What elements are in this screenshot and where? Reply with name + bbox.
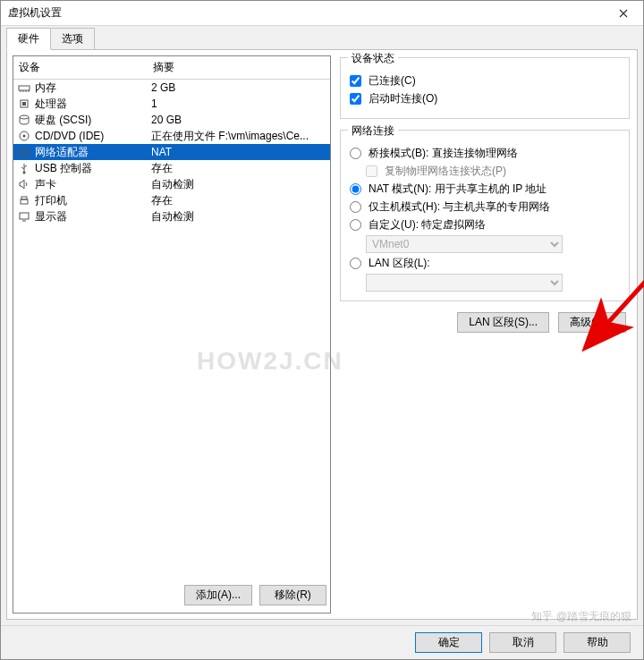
custom-label: 自定义(U): 特定虚拟网络 [369, 217, 486, 233]
svg-point-12 [25, 152, 27, 154]
vm-settings-window: 虚拟机设置 硬件 选项 设备 摘要 内存2 GB处理器1硬盘 (SCSI)20 … [0, 0, 644, 660]
svg-point-13 [23, 172, 26, 174]
network-extra-buttons: LAN 区段(S)... 高级(V)... [340, 312, 630, 333]
hardware-row[interactable]: 声卡自动检测 [13, 176, 330, 192]
hardware-summary: 正在使用文件 F:\vm\images\Ce... [151, 129, 326, 144]
hardware-row[interactable]: 打印机存在 [13, 192, 330, 208]
hostonly-radio-row[interactable]: 仅主机模式(H): 与主机共享的专用网络 [350, 199, 620, 215]
hardware-name: 内存 [35, 80, 151, 96]
custom-radio-row[interactable]: 自定义(U): 特定虚拟网络 [350, 217, 620, 233]
replicate-checkbox-row: 复制物理网络连接状态(P) [366, 164, 620, 179]
add-button[interactable]: 添加(A)... [184, 585, 252, 605]
svg-rect-0 [19, 86, 30, 90]
close-icon [619, 6, 628, 21]
bridged-radio-row[interactable]: 桥接模式(B): 直接连接物理网络 [350, 146, 620, 161]
settings-detail-pane: 设备状态 已连接(C) 启动时连接(O) 网络连接 桥接模式(B): 直接连接物… [338, 55, 631, 613]
lan-segments-button[interactable]: LAN 区段(S)... [457, 312, 549, 333]
help-button[interactable]: 帮助 [564, 632, 631, 653]
hardware-row[interactable]: 网络适配器NAT [13, 144, 330, 160]
connected-checkbox-row[interactable]: 已连接(C) [350, 73, 620, 89]
cd-icon [17, 129, 31, 143]
svg-point-11 [21, 152, 23, 154]
ok-button[interactable]: 确定 [415, 632, 482, 653]
advanced-button[interactable]: 高级(V)... [558, 312, 626, 333]
vmnet-select: VMnet0 [366, 235, 563, 253]
hostonly-radio[interactable] [350, 201, 361, 213]
disk-icon [17, 113, 31, 127]
network-connection-legend: 网络连接 [348, 123, 398, 139]
network-connection-group: 网络连接 桥接模式(B): 直接连接物理网络 复制物理网络连接状态(P) NAT… [340, 130, 630, 301]
col-summary[interactable]: 摘要 [148, 56, 330, 79]
tabstrip: 硬件 选项 [1, 26, 643, 49]
svg-point-9 [23, 135, 26, 138]
custom-vmnet-row: VMnet0 [366, 235, 620, 253]
hardware-row[interactable]: USB 控制器存在 [13, 160, 330, 176]
hardware-name: 显示器 [35, 209, 151, 224]
connected-label: 已连接(C) [369, 73, 416, 89]
hardware-summary: 自动检测 [151, 209, 326, 224]
tab-options[interactable]: 选项 [50, 28, 95, 49]
connected-checkbox[interactable] [350, 75, 361, 87]
svg-point-7 [20, 115, 29, 119]
memory-icon [17, 80, 31, 95]
window-title: 虚拟机设置 [8, 5, 603, 21]
hardware-summary: 存在 [151, 161, 326, 176]
col-device[interactable]: 设备 [13, 56, 148, 79]
titlebar: 虚拟机设置 [1, 1, 643, 26]
hardware-name: 硬盘 (SCSI) [35, 113, 151, 128]
nat-radio[interactable] [350, 183, 361, 195]
lanseg-select-row [366, 274, 620, 292]
hardware-summary: 2 GB [151, 81, 326, 94]
hardware-summary: 存在 [151, 193, 326, 208]
sound-icon [17, 177, 31, 191]
custom-radio[interactable] [350, 219, 361, 231]
hardware-list[interactable]: 内存2 GB处理器1硬盘 (SCSI)20 GBCD/DVD (IDE)正在使用… [13, 80, 330, 578]
hardware-summary: NAT [151, 146, 326, 158]
close-button[interactable] [603, 1, 643, 26]
svg-rect-6 [22, 102, 26, 106]
nat-radio-row[interactable]: NAT 模式(N): 用于共享主机的 IP 地址 [350, 182, 620, 197]
list-header: 设备 摘要 [13, 56, 330, 80]
hardware-name: 网络适配器 [35, 145, 151, 160]
lanseg-label: LAN 区段(L): [369, 256, 430, 271]
bridged-radio[interactable] [350, 148, 361, 159]
cpu-icon [17, 97, 31, 111]
hardware-summary: 自动检测 [151, 177, 326, 192]
hardware-name: 打印机 [35, 193, 151, 208]
svg-rect-16 [20, 213, 29, 219]
dialog-footer: 确定 取消 帮助 [1, 625, 643, 659]
hardware-row[interactable]: 硬盘 (SCSI)20 GB [13, 112, 330, 128]
nat-label: NAT 模式(N): 用于共享主机的 IP 地址 [369, 182, 547, 197]
hardware-row[interactable]: 内存2 GB [13, 80, 330, 96]
lanseg-select [366, 274, 563, 292]
hardware-name: 声卡 [35, 177, 151, 192]
connect-poweron-checkbox[interactable] [350, 93, 361, 105]
replicate-checkbox [366, 165, 377, 177]
replicate-label: 复制物理网络连接状态(P) [385, 164, 506, 179]
nic-icon [17, 145, 31, 159]
lanseg-radio[interactable] [350, 258, 361, 269]
hardware-list-buttons: 添加(A)... 移除(R) [13, 578, 330, 613]
hardware-summary: 20 GB [151, 114, 326, 126]
tab-panel: 设备 摘要 内存2 GB处理器1硬盘 (SCSI)20 GBCD/DVD (ID… [6, 49, 638, 620]
hostonly-label: 仅主机模式(H): 与主机共享的专用网络 [369, 199, 550, 215]
cancel-button[interactable]: 取消 [489, 632, 556, 653]
tab-hardware[interactable]: 硬件 [6, 28, 51, 50]
hardware-list-pane: 设备 摘要 内存2 GB处理器1硬盘 (SCSI)20 GBCD/DVD (ID… [13, 55, 331, 613]
device-state-legend: 设备状态 [348, 51, 398, 66]
display-icon [17, 209, 31, 224]
hardware-row[interactable]: CD/DVD (IDE)正在使用文件 F:\vm\images\Ce... [13, 128, 330, 144]
hardware-row[interactable]: 处理器1 [13, 96, 330, 112]
hardware-name: CD/DVD (IDE) [35, 130, 151, 142]
hardware-name: 处理器 [35, 97, 151, 112]
hardware-row[interactable]: 显示器自动检测 [13, 208, 330, 224]
hardware-name: USB 控制器 [35, 161, 151, 176]
bridged-label: 桥接模式(B): 直接连接物理网络 [369, 146, 518, 161]
device-state-group: 设备状态 已连接(C) 启动时连接(O) [340, 57, 630, 119]
svg-rect-15 [21, 197, 27, 199]
usb-icon [17, 161, 31, 175]
connect-poweron-checkbox-row[interactable]: 启动时连接(O) [350, 91, 620, 106]
remove-button[interactable]: 移除(R) [259, 585, 326, 605]
lanseg-radio-row[interactable]: LAN 区段(L): [350, 256, 620, 271]
svg-rect-14 [21, 199, 28, 204]
